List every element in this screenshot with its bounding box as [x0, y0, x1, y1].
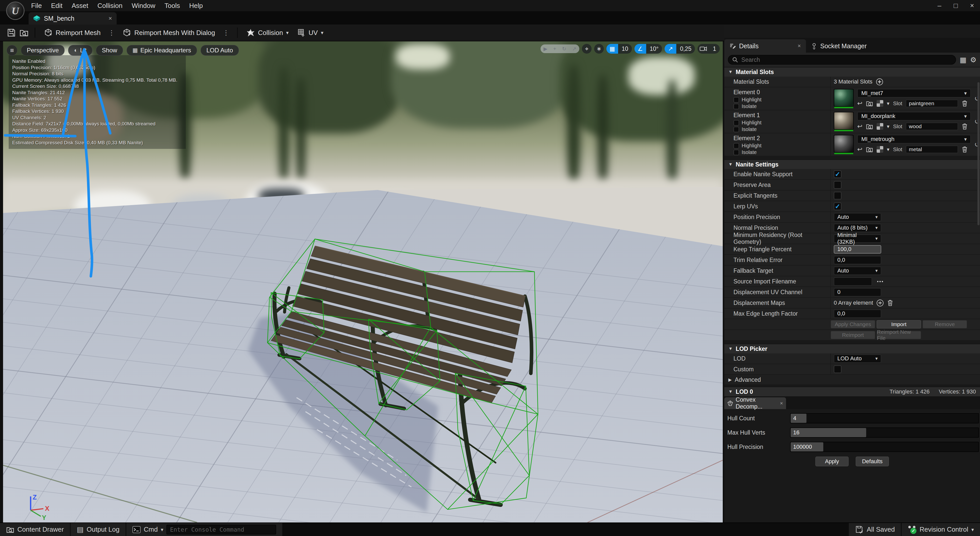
tex-params-icon[interactable] [877, 146, 883, 153]
position-precision-dropdown[interactable]: Auto▾ [834, 213, 881, 222]
import-button[interactable]: Import [877, 320, 921, 329]
save-button[interactable] [6, 28, 16, 37]
apply-changes-button[interactable]: Apply Changes [831, 320, 875, 329]
minimum-residency-dropdown[interactable]: Minimal (32KB)▾ [834, 234, 881, 243]
content-drawer-button[interactable]: Content Drawer [0, 523, 70, 536]
search-box[interactable] [728, 55, 956, 65]
display-filter-icon[interactable]: ▦ [959, 56, 966, 64]
all-saved-button[interactable]: All Saved [849, 523, 901, 536]
menu-tools[interactable]: Tools [160, 2, 185, 10]
tab-close-icon[interactable]: × [108, 15, 112, 22]
normal-precision-dropdown[interactable]: Auto (8 bits)▾ [834, 224, 881, 232]
apply-button[interactable]: Apply [815, 456, 849, 466]
lod-dropdown[interactable]: LOD Auto▾ [834, 354, 881, 363]
isolate-checkbox[interactable] [733, 104, 739, 109]
section-lod-picker[interactable]: ▼ LOD Picker [724, 344, 980, 353]
world-local-gizmo-button[interactable]: ⌖ [582, 44, 592, 54]
preserve-area-checkbox[interactable] [834, 181, 842, 189]
chevron-down-icon[interactable]: ▾ [887, 146, 889, 152]
browse-asset-icon[interactable] [866, 146, 873, 153]
highlight-checkbox[interactable] [733, 97, 739, 103]
use-selected-asset-icon[interactable]: ↩ [857, 146, 862, 153]
tex-params-icon[interactable] [877, 123, 883, 130]
browse-file-icon[interactable] [876, 279, 884, 284]
reimport-options-icon[interactable]: ⋮ [107, 29, 116, 37]
advanced-expander[interactable]: ▶ Advanced [724, 375, 980, 385]
show-menu-button[interactable]: Show [96, 45, 123, 56]
material-thumbnail[interactable] [834, 112, 854, 130]
reimport-mesh-with-dialog-button[interactable]: Reimport Mesh With Dialog [120, 28, 218, 37]
hull-precision-slider[interactable]: 100000 [790, 442, 979, 452]
fallback-target-dropdown[interactable]: Auto▾ [834, 266, 881, 275]
menu-window[interactable]: Window [127, 2, 160, 10]
reimport-new-file-button[interactable]: Reimport New File [877, 331, 921, 339]
console-command-input[interactable] [166, 525, 276, 534]
convex-tab-close-icon[interactable]: × [780, 400, 783, 406]
remove-button[interactable]: Remove [923, 320, 967, 329]
settings-gear-icon[interactable]: ⚙ [970, 56, 977, 64]
tex-params-icon[interactable] [877, 100, 883, 107]
menu-edit[interactable]: Edit [46, 2, 67, 10]
scale-snap-control[interactable]: ↗ 0,25 [665, 44, 695, 54]
menu-asset[interactable]: Asset [67, 2, 93, 10]
trim-relative-error-input[interactable]: 0,0 [834, 256, 881, 264]
browse-asset-icon[interactable] [866, 100, 873, 107]
viewport-options-icon[interactable]: ≡ [6, 45, 18, 56]
highlight-checkbox[interactable] [733, 143, 739, 148]
perspective-button[interactable]: Perspective [21, 45, 65, 56]
enable-nanite-checkbox[interactable] [834, 170, 842, 178]
custom-checkbox[interactable] [834, 365, 842, 373]
browse-to-asset-button[interactable] [19, 28, 29, 37]
3d-viewport[interactable]: Nanite EnabledPosition Precision: 1/16cm… [3, 41, 723, 522]
chevron-down-icon[interactable]: ▾ [161, 526, 163, 533]
menu-file[interactable]: File [27, 2, 46, 10]
reimport-button[interactable]: Reimport [831, 331, 875, 339]
chevron-down-icon[interactable]: ▾ [887, 123, 889, 129]
section-lod0[interactable]: ▼ LOD 0 Triangles: 1 426 Vertices: 1 930 [724, 387, 980, 396]
maximize-button[interactable]: □ [951, 2, 960, 10]
hull-count-slider[interactable]: 4 [790, 413, 979, 423]
isolate-checkbox[interactable] [733, 150, 739, 155]
menu-help[interactable]: Help [185, 2, 207, 10]
material-dropdown[interactable]: MI_metrough ▾ [857, 135, 971, 144]
panel-scrollbar[interactable] [977, 82, 980, 225]
displacement-uv-channel-input[interactable]: 0 [834, 288, 881, 297]
lerp-uvs-checkbox[interactable] [834, 203, 842, 210]
slot-name-input[interactable]: metal [906, 145, 958, 153]
slot-name-input[interactable]: paintgreen [906, 100, 958, 107]
camera-speed-control[interactable]: 1 [697, 44, 720, 54]
search-input[interactable] [741, 56, 952, 64]
keep-triangle-percent-input[interactable]: 100,0 [834, 245, 881, 254]
material-dropdown[interactable]: MI_met7 ▾ [857, 89, 971, 97]
surface-snapping-button[interactable]: ∗ [594, 44, 604, 54]
section-material-slots[interactable]: ▼ Material Slots [724, 67, 980, 77]
use-selected-asset-icon[interactable]: ↩ [857, 123, 862, 130]
tab-convex-decomposition[interactable]: Convex Decomp... × [724, 397, 786, 409]
chevron-down-icon[interactable]: ▾ [887, 100, 889, 107]
material-dropdown[interactable]: MI_doorplank ▾ [857, 112, 971, 121]
cmd-label[interactable]: Cmd [144, 525, 158, 533]
preview-scene-button[interactable]: ▦Epic Headquarters [127, 45, 197, 56]
collision-menu-button[interactable]: Collision ▾ [244, 28, 291, 37]
isolate-checkbox[interactable] [733, 127, 739, 132]
add-material-slot-icon[interactable] [876, 78, 883, 85]
delete-slot-icon[interactable] [962, 146, 968, 153]
details-tab-close-icon[interactable]: × [797, 43, 801, 49]
output-log-button[interactable]: ▤ Output Log [71, 523, 126, 536]
add-array-element-icon[interactable] [877, 300, 883, 306]
delete-slot-icon[interactable] [962, 100, 968, 107]
revision-control-button[interactable]: ✓ Revision Control ▾ [902, 523, 980, 536]
source-import-filename-input[interactable] [834, 277, 872, 286]
highlight-checkbox[interactable] [733, 120, 739, 126]
use-selected-asset-icon[interactable]: ↩ [857, 100, 862, 107]
explicit-tangents-checkbox[interactable] [834, 192, 842, 199]
menu-collision[interactable]: Collision [93, 2, 127, 10]
lit-mode-button[interactable]: ◐Lit [68, 45, 92, 56]
rotation-snap-control[interactable]: ∠ 10° [635, 44, 662, 54]
max-hull-verts-slider[interactable]: 16 [790, 428, 979, 438]
browse-asset-icon[interactable] [866, 123, 873, 130]
minimize-button[interactable]: – [935, 2, 944, 10]
reimport-dialog-options-icon[interactable]: ⋮ [221, 29, 231, 37]
max-edge-length-factor-input[interactable]: 0,0 [834, 309, 881, 318]
section-nanite-settings[interactable]: ▼ Nanite Settings [724, 160, 980, 169]
